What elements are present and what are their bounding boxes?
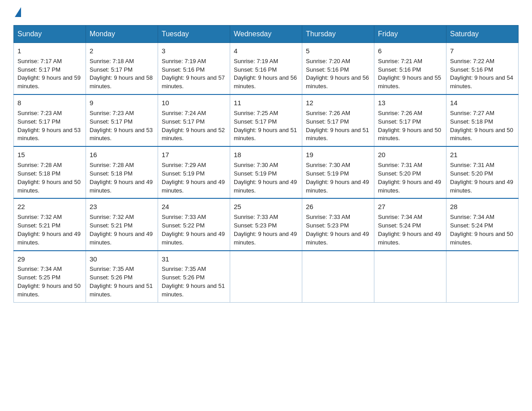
- day-info: Sunrise: 7:34 AMSunset: 5:24 PMDaylight:…: [378, 214, 441, 246]
- day-info: Sunrise: 7:20 AMSunset: 5:16 PMDaylight:…: [306, 58, 369, 90]
- day-number: 9: [90, 98, 154, 108]
- weekday-header-tuesday: Tuesday: [158, 26, 230, 43]
- weekday-header-saturday: Saturday: [446, 26, 519, 43]
- calendar-week-row: 22Sunrise: 7:32 AMSunset: 5:21 PMDayligh…: [14, 198, 519, 250]
- calendar-week-row: 15Sunrise: 7:28 AMSunset: 5:18 PMDayligh…: [14, 146, 519, 198]
- day-info: Sunrise: 7:33 AMSunset: 5:23 PMDaylight:…: [234, 214, 297, 246]
- calendar-cell: 1Sunrise: 7:17 AMSunset: 5:17 PMDaylight…: [14, 43, 86, 95]
- day-info: Sunrise: 7:31 AMSunset: 5:20 PMDaylight:…: [450, 162, 513, 194]
- day-info: Sunrise: 7:32 AMSunset: 5:21 PMDaylight:…: [17, 214, 81, 246]
- day-info: Sunrise: 7:18 AMSunset: 5:17 PMDaylight:…: [90, 58, 153, 90]
- day-info: Sunrise: 7:35 AMSunset: 5:26 PMDaylight:…: [162, 265, 225, 298]
- day-info: Sunrise: 7:30 AMSunset: 5:19 PMDaylight:…: [306, 162, 369, 194]
- calendar-cell: 30Sunrise: 7:35 AMSunset: 5:26 PMDayligh…: [86, 251, 158, 303]
- calendar-cell: 7Sunrise: 7:22 AMSunset: 5:16 PMDaylight…: [446, 43, 519, 95]
- day-info: Sunrise: 7:32 AMSunset: 5:21 PMDaylight:…: [90, 214, 153, 246]
- calendar-cell: 21Sunrise: 7:31 AMSunset: 5:20 PMDayligh…: [446, 146, 519, 198]
- calendar-cell: 12Sunrise: 7:26 AMSunset: 5:17 PMDayligh…: [302, 94, 374, 146]
- calendar-cell: 2Sunrise: 7:18 AMSunset: 5:17 PMDaylight…: [86, 43, 158, 95]
- calendar-cell: 13Sunrise: 7:26 AMSunset: 5:17 PMDayligh…: [374, 94, 446, 146]
- day-number: 28: [450, 202, 515, 212]
- calendar-cell: [374, 251, 446, 303]
- day-info: Sunrise: 7:19 AMSunset: 5:16 PMDaylight:…: [162, 58, 225, 90]
- day-number: 1: [17, 46, 82, 56]
- calendar-week-row: 1Sunrise: 7:17 AMSunset: 5:17 PMDaylight…: [14, 43, 519, 95]
- weekday-header-wednesday: Wednesday: [230, 26, 302, 43]
- day-info: Sunrise: 7:34 AMSunset: 5:24 PMDaylight:…: [450, 214, 513, 246]
- day-number: 7: [450, 46, 515, 56]
- day-info: Sunrise: 7:33 AMSunset: 5:23 PMDaylight:…: [306, 214, 369, 246]
- day-number: 12: [306, 98, 370, 108]
- calendar-cell: 8Sunrise: 7:23 AMSunset: 5:17 PMDaylight…: [14, 94, 86, 146]
- calendar-cell: 15Sunrise: 7:28 AMSunset: 5:18 PMDayligh…: [14, 146, 86, 198]
- day-number: 2: [90, 46, 154, 56]
- calendar-cell: 23Sunrise: 7:32 AMSunset: 5:21 PMDayligh…: [86, 198, 158, 250]
- logo-triangle-icon: [15, 7, 21, 17]
- day-number: 29: [17, 254, 82, 264]
- weekday-header-thursday: Thursday: [302, 26, 374, 43]
- calendar-cell: 28Sunrise: 7:34 AMSunset: 5:24 PMDayligh…: [446, 198, 519, 250]
- day-info: Sunrise: 7:19 AMSunset: 5:16 PMDaylight:…: [234, 58, 297, 90]
- day-number: 15: [17, 150, 82, 160]
- day-number: 14: [450, 98, 515, 108]
- calendar-week-row: 29Sunrise: 7:34 AMSunset: 5:25 PMDayligh…: [14, 251, 519, 303]
- weekday-header-sunday: Sunday: [14, 26, 86, 43]
- calendar-cell: 18Sunrise: 7:30 AMSunset: 5:19 PMDayligh…: [230, 146, 302, 198]
- calendar-cell: 27Sunrise: 7:34 AMSunset: 5:24 PMDayligh…: [374, 198, 446, 250]
- calendar-week-row: 8Sunrise: 7:23 AMSunset: 5:17 PMDaylight…: [14, 94, 519, 146]
- day-number: 5: [306, 46, 370, 56]
- day-number: 16: [90, 150, 154, 160]
- day-number: 4: [234, 46, 298, 56]
- day-number: 23: [90, 202, 154, 212]
- day-info: Sunrise: 7:26 AMSunset: 5:17 PMDaylight:…: [306, 110, 369, 142]
- calendar-header-row: SundayMondayTuesdayWednesdayThursdayFrid…: [14, 26, 519, 43]
- calendar-cell: 14Sunrise: 7:27 AMSunset: 5:18 PMDayligh…: [446, 94, 519, 146]
- day-info: Sunrise: 7:26 AMSunset: 5:17 PMDaylight:…: [378, 110, 441, 142]
- day-info: Sunrise: 7:35 AMSunset: 5:26 PMDaylight:…: [90, 265, 153, 298]
- day-number: 10: [162, 98, 226, 108]
- calendar-cell: 19Sunrise: 7:30 AMSunset: 5:19 PMDayligh…: [302, 146, 374, 198]
- day-info: Sunrise: 7:33 AMSunset: 5:22 PMDaylight:…: [162, 214, 225, 246]
- day-info: Sunrise: 7:28 AMSunset: 5:18 PMDaylight:…: [17, 162, 81, 194]
- calendar-cell: 9Sunrise: 7:23 AMSunset: 5:17 PMDaylight…: [86, 94, 158, 146]
- day-number: 31: [162, 254, 226, 264]
- day-number: 6: [378, 46, 442, 56]
- day-number: 26: [306, 202, 370, 212]
- weekday-header-monday: Monday: [86, 26, 158, 43]
- day-number: 8: [17, 98, 82, 108]
- day-number: 13: [378, 98, 442, 108]
- day-info: Sunrise: 7:30 AMSunset: 5:19 PMDaylight:…: [234, 162, 297, 194]
- day-number: 27: [378, 202, 442, 212]
- logo: [13, 9, 21, 17]
- day-number: 19: [306, 150, 370, 160]
- day-number: 18: [234, 150, 298, 160]
- day-number: 25: [234, 202, 298, 212]
- day-number: 17: [162, 150, 226, 160]
- calendar-cell: 5Sunrise: 7:20 AMSunset: 5:16 PMDaylight…: [302, 43, 374, 95]
- weekday-header-friday: Friday: [374, 26, 446, 43]
- page-header: [13, 9, 519, 17]
- day-info: Sunrise: 7:28 AMSunset: 5:18 PMDaylight:…: [90, 162, 153, 194]
- day-number: 30: [90, 254, 154, 264]
- day-info: Sunrise: 7:22 AMSunset: 5:16 PMDaylight:…: [450, 58, 513, 90]
- day-info: Sunrise: 7:27 AMSunset: 5:18 PMDaylight:…: [450, 110, 513, 142]
- day-info: Sunrise: 7:31 AMSunset: 5:20 PMDaylight:…: [378, 162, 441, 194]
- day-info: Sunrise: 7:34 AMSunset: 5:25 PMDaylight:…: [17, 265, 81, 298]
- day-number: 20: [378, 150, 442, 160]
- calendar-table: SundayMondayTuesdayWednesdayThursdayFrid…: [13, 25, 519, 303]
- day-number: 21: [450, 150, 515, 160]
- day-info: Sunrise: 7:21 AMSunset: 5:16 PMDaylight:…: [378, 58, 441, 90]
- day-info: Sunrise: 7:25 AMSunset: 5:17 PMDaylight:…: [234, 110, 297, 142]
- day-info: Sunrise: 7:29 AMSunset: 5:19 PMDaylight:…: [162, 162, 225, 194]
- calendar-cell: 17Sunrise: 7:29 AMSunset: 5:19 PMDayligh…: [158, 146, 230, 198]
- day-info: Sunrise: 7:24 AMSunset: 5:17 PMDaylight:…: [162, 110, 225, 142]
- calendar-cell: 31Sunrise: 7:35 AMSunset: 5:26 PMDayligh…: [158, 251, 230, 303]
- calendar-cell: 3Sunrise: 7:19 AMSunset: 5:16 PMDaylight…: [158, 43, 230, 95]
- day-number: 24: [162, 202, 226, 212]
- day-info: Sunrise: 7:23 AMSunset: 5:17 PMDaylight:…: [90, 110, 153, 142]
- day-info: Sunrise: 7:17 AMSunset: 5:17 PMDaylight:…: [17, 58, 81, 90]
- calendar-cell: [446, 251, 519, 303]
- calendar-cell: 10Sunrise: 7:24 AMSunset: 5:17 PMDayligh…: [158, 94, 230, 146]
- calendar-cell: 29Sunrise: 7:34 AMSunset: 5:25 PMDayligh…: [14, 251, 86, 303]
- calendar-cell: 20Sunrise: 7:31 AMSunset: 5:20 PMDayligh…: [374, 146, 446, 198]
